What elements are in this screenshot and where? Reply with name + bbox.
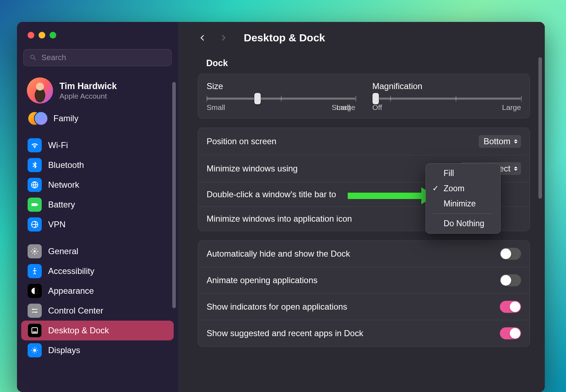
sidebar-item-label: Wi-Fi [48, 140, 68, 150]
updown-icon [513, 165, 519, 172]
content-pane: Desktop & Dock Dock Size SmallLarge Magn… [178, 22, 545, 392]
indicators-toggle[interactable] [500, 301, 521, 313]
content-scrollbar[interactable] [538, 57, 542, 199]
search-field[interactable] [23, 49, 172, 66]
doubleclick-label: Double-click a window's title bar to [207, 189, 336, 199]
account-row[interactable]: Tim Hardwick Apple Account [17, 74, 178, 107]
popup-item-minimize[interactable]: Minimize [426, 196, 500, 211]
svg-point-4 [34, 250, 36, 252]
vpn-icon [28, 217, 42, 232]
search-icon [29, 54, 37, 62]
minimize-button[interactable] [39, 32, 45, 39]
sidebar-scrollbar[interactable] [172, 82, 176, 308]
dock-toggles-panel: Automatically hide and show the Dock Ani… [198, 240, 530, 347]
sidebar-item-label: VPN [48, 220, 65, 229]
wifi-icon [28, 138, 42, 152]
indicators-row: Show indicators for open applications [198, 293, 530, 320]
bat-icon [28, 198, 42, 212]
updown-icon [513, 138, 519, 145]
account-subtitle: Apple Account [59, 92, 117, 100]
sidebar-item-network[interactable]: Network [21, 175, 174, 195]
traffic-lights [17, 30, 178, 39]
svg-point-8 [35, 311, 37, 313]
sidebar-item-label: Battery [48, 200, 75, 210]
svg-rect-10 [33, 332, 37, 333]
family-avatar-group [28, 111, 47, 125]
sidebar: Tim Hardwick Apple Account Family Wi-FiB… [17, 22, 178, 392]
sidebar-item-control-center[interactable]: Control Center [21, 301, 174, 321]
minimize-using-label: Minimize windows using [207, 164, 298, 174]
animate-label: Animate opening applications [207, 275, 318, 285]
animate-row: Animate opening applications [198, 267, 530, 293]
system-settings-window: Tim Hardwick Apple Account Family Wi-FiB… [17, 22, 545, 392]
user-avatar [27, 77, 53, 104]
doubleclick-popup-menu[interactable]: FillZoomMinimizeDo Nothing [426, 163, 501, 234]
dock-section-title: Dock [206, 58, 530, 68]
sidebar-item-appearance[interactable]: Appearance [21, 281, 174, 301]
gen-icon [28, 244, 42, 258]
svg-rect-1 [31, 203, 37, 206]
sidebar-item-accessibility[interactable]: Accessibility [21, 261, 174, 281]
sidebar-item-label: Control Center [48, 306, 103, 316]
sidebar-item-bluetooth[interactable]: Bluetooth [21, 155, 174, 175]
back-button[interactable] [198, 33, 208, 43]
dd-icon [28, 323, 42, 338]
sidebar-item-general[interactable]: General [21, 241, 174, 261]
minimize-into-label: Minimize windows into application icon [207, 214, 352, 224]
size-label: Size [207, 81, 356, 91]
autohide-label: Automatically hide and show the Dock [207, 249, 350, 259]
suggested-toggle[interactable] [500, 327, 521, 339]
magnification-slider[interactable] [372, 98, 521, 100]
sidebar-item-label: Desktop & Dock [48, 326, 109, 335]
popup-item-do-nothing[interactable]: Do Nothing [426, 216, 500, 231]
cc-icon [28, 304, 42, 318]
family-label: Family [53, 113, 79, 123]
sidebar-nav: Wi-FiBluetoothNetworkBatteryVPNGeneralAc… [17, 135, 178, 360]
sidebar-item-label: General [48, 246, 78, 256]
position-dropdown[interactable]: Bottom [479, 135, 521, 148]
svg-point-5 [34, 268, 35, 269]
sidebar-item-desktop-dock[interactable]: Desktop & Dock [21, 321, 174, 340]
sidebar-item-label: Bluetooth [48, 160, 84, 170]
close-button[interactable] [28, 32, 34, 39]
svg-point-11 [33, 349, 36, 352]
position-label: Position on screen [207, 136, 276, 146]
sidebar-item-label: Network [48, 180, 79, 190]
bt-icon [28, 158, 42, 172]
page-title: Desktop & Dock [244, 32, 325, 44]
family-row[interactable]: Family [21, 109, 174, 128]
position-row: Position on screen Bottom [198, 128, 530, 155]
forward-button[interactable] [218, 33, 228, 43]
dock-sliders-panel: Size SmallLarge Magnification OffSmallLa… [198, 74, 530, 118]
sidebar-item-displays[interactable]: Displays [21, 340, 174, 360]
popup-item-fill[interactable]: Fill [426, 166, 500, 181]
size-slider[interactable] [207, 98, 356, 100]
sidebar-item-label: Appearance [48, 286, 94, 296]
sidebar-item-wifi[interactable]: Wi-Fi [21, 135, 174, 155]
svg-point-7 [33, 309, 34, 310]
sidebar-item-vpn[interactable]: VPN [21, 215, 174, 234]
magnification-column: Magnification OffSmallLarge [372, 81, 521, 112]
popup-item-zoom[interactable]: Zoom [426, 181, 500, 196]
sidebar-item-battery[interactable]: Battery [21, 195, 174, 215]
autohide-row: Automatically hide and show the Dock [198, 241, 530, 267]
maximize-button[interactable] [50, 32, 56, 39]
svg-rect-2 [37, 204, 38, 205]
app-icon [28, 284, 42, 298]
indicators-label: Show indicators for open applications [207, 302, 347, 312]
popup-divider [433, 213, 493, 214]
mag-small-label: Small [332, 103, 351, 112]
position-value: Bottom [484, 136, 510, 146]
search-input[interactable] [41, 53, 166, 62]
acc-icon [28, 264, 42, 278]
sidebar-item-label: Accessibility [48, 266, 94, 276]
mag-large-label: Large [502, 103, 521, 112]
suggested-label: Show suggested and recent apps in Dock [207, 328, 363, 338]
mag-off-label: Off [372, 103, 382, 112]
magnification-label: Magnification [372, 81, 521, 91]
header: Desktop & Dock [198, 22, 530, 54]
animate-toggle[interactable] [500, 274, 521, 286]
account-name: Tim Hardwick [59, 81, 117, 91]
disp-icon [28, 343, 42, 357]
autohide-toggle[interactable] [500, 248, 521, 260]
